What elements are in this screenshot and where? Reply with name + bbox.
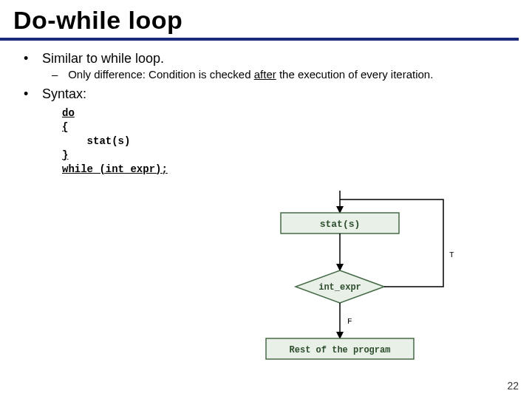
code-block: do { stat(s) } while (int_expr);	[62, 106, 511, 176]
sub-bullet-diff-pre: Only difference: Condition is checked	[68, 68, 254, 81]
code-brace-close: }	[62, 149, 68, 161]
sub-bullet-diff: Only difference: Condition is checked af…	[52, 68, 511, 81]
bullet-similar-text: Similar to while loop.	[42, 51, 164, 66]
slide-content: Similar to while loop. Only difference: …	[0, 41, 532, 176]
code-while-expr: (int_expr);	[93, 163, 168, 175]
node-rest-label: Rest of the program	[290, 345, 391, 355]
flowchart: stat(s) int_expr T F Rest of the program	[236, 191, 502, 374]
code-brace-open: {	[62, 121, 68, 133]
bullet-similar: Similar to while loop. Only difference: …	[21, 50, 511, 85]
code-stat: stat(s)	[62, 135, 130, 147]
node-stat-label: stat(s)	[320, 219, 361, 230]
sub-bullet-diff-tail: the execution of every iteration.	[276, 68, 434, 81]
label-false: F	[347, 317, 352, 326]
code-while: while	[62, 163, 93, 175]
sub-bullet-diff-u: after	[254, 68, 276, 81]
code-do: do	[62, 107, 75, 119]
page-number: 22	[507, 380, 519, 392]
bullet-syntax: Syntax:	[21, 85, 511, 103]
node-cond-label: int_expr	[318, 282, 361, 293]
bullet-syntax-text: Syntax:	[42, 86, 86, 101]
page-title: Do-while loop	[0, 0, 532, 38]
label-true: T	[449, 250, 454, 259]
